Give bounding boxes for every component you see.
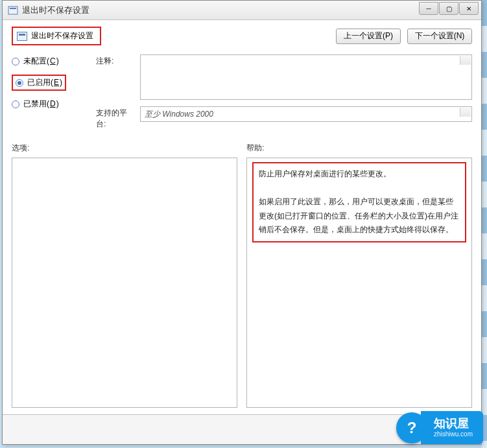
policy-name-box: 退出时不保存设置 xyxy=(12,27,101,45)
help-label: 帮助: xyxy=(246,143,472,154)
radio-circle xyxy=(12,100,19,108)
titlebar: 退出时不保存设置 ─ ▢ ✕ xyxy=(3,1,481,20)
radio-circle-selected xyxy=(16,79,23,87)
fields-column: 注释: 支持的平台: 至少 Windows 2000 xyxy=(96,54,472,130)
nav-buttons: 上一个设置(P) 下一个设置(N) xyxy=(336,29,472,44)
policy-icon xyxy=(17,32,27,41)
window-controls: ─ ▢ ✕ xyxy=(418,2,479,15)
help-section: 帮助: 防止用户保存对桌面进行的某些更改。 如果启用了此设置，那么，用户可以更改… xyxy=(246,143,472,408)
platform-row: 支持的平台: 至少 Windows 2000 xyxy=(96,106,472,130)
watermark-url: zhishiwu.com xyxy=(434,430,473,438)
platform-label: 支持的平台: xyxy=(96,106,135,130)
help-content: 防止用户保存对桌面进行的某些更改。 如果启用了此设置，那么，用户可以更改桌面，但… xyxy=(247,158,471,246)
background-decoration xyxy=(482,0,487,448)
options-panel xyxy=(12,158,237,408)
comment-input[interactable] xyxy=(140,54,472,100)
comment-row: 注释: xyxy=(96,54,472,100)
app-icon xyxy=(8,5,18,16)
header-row: 退出时不保存设置 上一个设置(P) 下一个设置(N) xyxy=(12,27,472,45)
svg-rect-0 xyxy=(8,6,18,14)
prev-setting-label: 上一个设置(P) xyxy=(344,30,393,41)
watermark: ? 知识屋 zhishiwu.com xyxy=(396,411,483,444)
radio-disabled[interactable]: 已禁用(D) xyxy=(12,99,83,110)
help-paragraph-2: 如果启用了此设置，那么，用户可以更改桌面，但是某些更改(如已打开窗口的位置、任务… xyxy=(259,195,460,237)
config-row: 未配置(C) 已启用(E) 已禁用(D) 注释: xyxy=(12,54,472,130)
radio-enabled-highlight: 已启用(E) xyxy=(12,75,66,91)
policy-name: 退出时不保存设置 xyxy=(31,30,93,41)
dialog-body: 退出时不保存设置 上一个设置(P) 下一个设置(N) 未配置(C) 已启用(E) xyxy=(3,20,481,414)
prev-setting-button[interactable]: 上一个设置(P) xyxy=(336,29,401,44)
lower-panels: 选项: 帮助: 防止用户保存对桌面进行的某些更改。 如果启用了此设置，那么，用户… xyxy=(12,143,472,408)
maximize-button[interactable]: ▢ xyxy=(439,2,458,15)
policy-dialog: 退出时不保存设置 ─ ▢ ✕ 退出时不保存设置 上一个设置(P) 下一个设置(N… xyxy=(2,0,482,445)
radio-not-configured[interactable]: 未配置(C) xyxy=(12,56,83,67)
help-panel: 防止用户保存对桌面进行的某些更改。 如果启用了此设置，那么，用户可以更改桌面，但… xyxy=(246,158,472,408)
options-section: 选项: xyxy=(12,143,237,408)
platform-value: 至少 Windows 2000 xyxy=(140,106,472,122)
radio-circle xyxy=(12,58,19,65)
svg-rect-1 xyxy=(10,8,16,9)
comment-label: 注释: xyxy=(96,54,135,67)
next-setting-button[interactable]: 下一个设置(N) xyxy=(407,29,472,44)
close-button[interactable]: ✕ xyxy=(459,2,479,15)
watermark-title: 知识屋 xyxy=(434,418,473,430)
window-title: 退出时不保存设置 xyxy=(22,5,89,16)
help-paragraph-1: 防止用户保存对桌面进行的某些更改。 xyxy=(259,167,460,182)
radio-label-not-configured: 未配置(C) xyxy=(23,56,59,67)
next-setting-label: 下一个设置(N) xyxy=(415,30,465,41)
radio-group: 未配置(C) 已启用(E) 已禁用(D) xyxy=(12,54,83,117)
radio-enabled[interactable]: 已启用(E) xyxy=(12,75,83,91)
options-label: 选项: xyxy=(12,143,237,154)
radio-label-enabled: 已启用(E) xyxy=(27,77,62,88)
radio-label-disabled: 已禁用(D) xyxy=(23,99,59,110)
help-highlight: 防止用户保存对桌面进行的某些更改。 如果启用了此设置，那么，用户可以更改桌面，但… xyxy=(252,162,466,242)
minimize-button[interactable]: ─ xyxy=(419,2,438,15)
watermark-text: 知识屋 zhishiwu.com xyxy=(421,411,483,444)
